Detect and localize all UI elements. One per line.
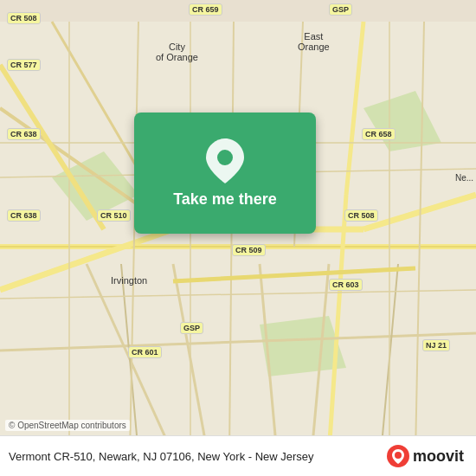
road-badge-gsp-1: GSP (329, 3, 352, 16)
road-badge-cr659: CR 659 (189, 3, 222, 16)
city-label-irvington: Irvington (111, 275, 147, 286)
road-badge-cr638-1: CR 638 (7, 128, 41, 140)
road-badge-cr509: CR 509 (232, 244, 266, 256)
map-background (0, 0, 476, 476)
city-label-ne: Ne... (455, 173, 473, 183)
road-badge-cr658: CR 658 (362, 128, 396, 140)
road-badge-cr510-1: CR 510 (97, 209, 131, 222)
road-badge-nj21: NJ 21 (422, 339, 450, 351)
moovit-logo: moovit (387, 445, 464, 467)
road-badge-gsp-2: GSP (180, 322, 203, 334)
take-me-label: Take me there (173, 190, 277, 209)
road-badge-cr577: CR 577 (7, 59, 41, 71)
road-badge-cr508-2: CR 508 (344, 209, 378, 222)
svg-point-33 (217, 150, 233, 165)
road-badge-cr508-1: CR 508 (7, 12, 41, 24)
moovit-icon (387, 445, 409, 467)
svg-rect-1 (0, 22, 476, 454)
take-me-there-button[interactable]: Take me there (134, 113, 316, 234)
road-badge-cr603: CR 603 (329, 279, 363, 291)
city-label-east-orange: East Orange (298, 31, 330, 52)
city-label-orange: City of Orange (156, 42, 198, 62)
svg-point-35 (395, 452, 402, 459)
map-container: CR 508 CR 659 GSP CR 577 CR 638 CR 658 C… (0, 0, 476, 476)
moovit-text: moovit (413, 447, 464, 466)
road-badge-cr638-2: CR 638 (7, 209, 41, 222)
location-pin-icon (206, 138, 244, 183)
copyright-text: © OpenStreetMap contributors (5, 420, 130, 431)
road-badge-cr601: CR 601 (128, 346, 162, 358)
address-text: Vermont CR-510, Newark, NJ 07106, New Yo… (9, 450, 387, 463)
bottom-bar: Vermont CR-510, Newark, NJ 07106, New Yo… (0, 435, 476, 476)
